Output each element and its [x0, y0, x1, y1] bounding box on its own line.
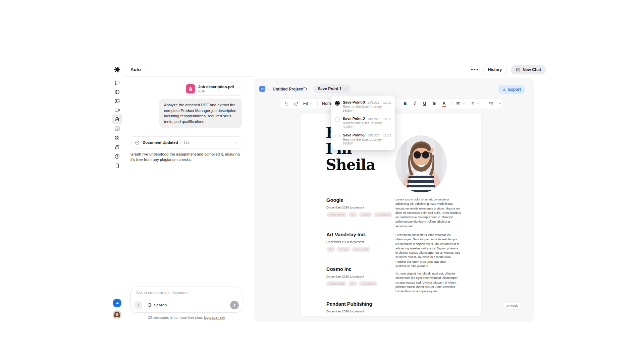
skill-tag: Visual effects [326, 212, 346, 217]
video-camera-icon [114, 107, 120, 113]
zoom-fit-select[interactable]: Fit [303, 101, 313, 106]
history-button[interactable]: History [483, 65, 507, 74]
save-point-dropdown-button[interactable]: Save Point 1 [314, 84, 351, 93]
send-button[interactable] [230, 301, 239, 309]
image-icon [114, 98, 120, 104]
save-point-time: 12:01 [381, 117, 391, 121]
save-point-date: 13/11/25 [367, 101, 379, 104]
attachment-filename: Job description.pdf [198, 85, 234, 89]
assistant-message: Great! I've understood the assignment an… [130, 152, 245, 162]
radio-unselected-icon[interactable] [335, 117, 340, 122]
chevron-down-icon[interactable] [234, 140, 238, 144]
model-selector[interactable]: Auto [130, 67, 146, 72]
indent-button[interactable] [489, 101, 494, 106]
underline-button[interactable]: U [422, 101, 427, 106]
save-point-time: 12:01 [381, 133, 391, 137]
history-button-label: History [488, 67, 502, 72]
body-paragraph: Ac risus aliquet hac blandit eget est. U… [395, 272, 461, 294]
experience-section-cosmo: Cosmo Inc December 2020 to present Visua… [326, 266, 388, 286]
status-duration: 15s [183, 140, 190, 144]
toolbar-divider [398, 101, 398, 106]
skill-tag: UX [348, 212, 357, 217]
save-point-dropdown: Save Point-3 13/11/25 12:01 Rewrote the … [331, 96, 395, 150]
spark-logo-icon [114, 66, 120, 73]
project-title[interactable]: Untitled Project [273, 87, 303, 92]
skill-tag: Concept Art [374, 212, 392, 217]
undo-button[interactable] [284, 101, 289, 106]
upgrade-button[interactable] [113, 299, 121, 307]
save-point-date: 13/11/25 [367, 117, 379, 121]
model-selector-label: Auto [130, 67, 141, 72]
skill-tag: UX [348, 281, 357, 286]
skill-tag: Concept Art [359, 281, 377, 286]
user-avatar[interactable] [113, 310, 121, 319]
table-icon [114, 126, 120, 131]
new-chat-button[interactable]: New Chat [511, 65, 546, 74]
four-circles-icon [114, 135, 120, 140]
save-point-description: Rewrote the User Journey section [343, 138, 391, 145]
body-paragraph: Lorem ipsum dolor sit amet, consectetur … [395, 197, 461, 229]
export-button-label: Export [508, 87, 521, 92]
skill-tag: UX [326, 247, 335, 252]
document-updated-row[interactable]: Document Updated 15s [130, 136, 242, 148]
italic-button[interactable]: I [412, 101, 418, 106]
topbar-divider [310, 86, 310, 92]
arrow-up-icon [232, 303, 237, 307]
attachment-card[interactable]: Job description.pdf PDF [183, 82, 242, 96]
skill-tag: Visual effects [326, 281, 346, 286]
body-paragraph: Elementum consectetur vitae volutpat leo… [395, 233, 461, 268]
skill-tag: Design [359, 212, 372, 217]
chat-bubble-icon [114, 80, 120, 86]
align-button[interactable] [456, 101, 466, 106]
zoom-fit-label: Fit [303, 101, 308, 106]
list-button[interactable] [470, 101, 480, 106]
document-icon [114, 116, 120, 122]
user-message: Analyze the attached PDF and extract the… [159, 99, 242, 128]
toolbar-divider [484, 101, 484, 106]
toolbar-divider [451, 101, 451, 106]
chat-input[interactable] [136, 291, 237, 295]
employment-period: December 2020 to present [326, 205, 388, 209]
save-point-option[interactable]: Save Point-1 13/11/25 12:01 Rewrote the … [331, 131, 395, 147]
redo-button[interactable] [293, 101, 299, 106]
save-point-name: Save Point-1 [343, 133, 365, 137]
document-type-icon[interactable] [259, 86, 265, 92]
plan-quota-text: 20 messages left on your free plan. Upgr… [130, 315, 242, 319]
skill-tag: Design [337, 247, 350, 252]
text-color-button[interactable]: A [441, 101, 447, 106]
employment-period: December 2020 to present [326, 309, 388, 313]
chevron-down-icon[interactable] [267, 87, 270, 91]
bold-button[interactable]: B [402, 101, 408, 106]
save-point-date: 13/11/25 [367, 133, 379, 137]
upgrade-link[interactable]: Upgrade now [204, 315, 225, 319]
more-options-button[interactable]: ••• [471, 65, 479, 74]
globe-icon [147, 303, 152, 307]
web-search-label: Search [154, 303, 167, 307]
check-circle-icon [135, 140, 140, 145]
save-point-option[interactable]: Save Point-3 13/11/25 12:01 Rewrote the … [331, 98, 395, 115]
company-name: Google [326, 197, 388, 203]
experience-section-pendant: Pendant Publishing December 2020 to pres… [326, 301, 388, 313]
toolbar-overflow-chevron[interactable] [498, 102, 502, 106]
chat-input-card: Search [130, 287, 242, 313]
save-point-option[interactable]: Save Point-2 13/11/25 12:01 Rewrote the … [331, 115, 395, 131]
export-button[interactable]: Export [498, 85, 525, 94]
radio-unselected-icon[interactable] [335, 134, 340, 138]
crown-icon [115, 301, 119, 305]
company-name: Art Vandelay Ind. [326, 232, 388, 237]
plus-icon [136, 303, 141, 307]
company-name: Cosmo Inc [326, 266, 388, 272]
sidebar-divider [125, 64, 125, 322]
attachment-filetype: PDF [198, 89, 234, 93]
add-attachment-button[interactable] [134, 301, 143, 309]
web-search-toggle[interactable]: Search [147, 303, 167, 307]
employment-period: December 2020 to present [326, 275, 388, 278]
bag-sparkle-icon [114, 144, 120, 150]
strikethrough-button[interactable]: S [432, 101, 437, 106]
save-point-name: Save Point-2 [343, 117, 365, 121]
status-label: Document Updated [143, 140, 178, 144]
radio-selected-icon[interactable] [335, 101, 340, 106]
app-logo[interactable] [112, 64, 122, 75]
sidebar-item-mobile[interactable] [112, 160, 122, 171]
experience-section-art-vandelay: Art Vandelay Ind. December 2020 to prese… [326, 232, 388, 252]
